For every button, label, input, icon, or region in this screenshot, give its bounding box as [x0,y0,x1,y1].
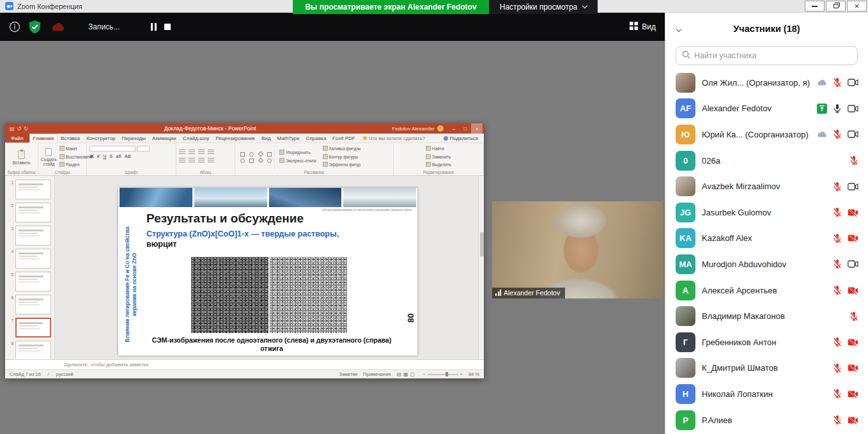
ribbon-mini-button[interactable]: Заливка фигуры [323,145,361,153]
ppt-share-button[interactable]: Поделиться [438,134,484,143]
encryption-shield-icon[interactable] [28,20,42,35]
slide-thumbnail[interactable]: 8 [9,341,51,359]
ribbon-tab[interactable]: Рецензирование [212,134,258,143]
font-style-button[interactable]: Ж [89,153,94,159]
participant-row[interactable]: Г Гребенников Антон [665,329,868,355]
scrollbar-handle[interactable] [480,232,484,256]
slide-thumbnail[interactable]: 7 [9,318,51,338]
undo-icon[interactable]: ↺ [17,126,22,132]
account-avatar[interactable] [437,125,444,132]
notes-area[interactable]: Щелкните, чтобы добавить заметки [5,359,484,369]
ppt-restore-button[interactable]: □ [460,123,471,134]
tell-me-search[interactable]: Что вы хотите сделать? [359,134,430,143]
close-button[interactable]: × [847,1,867,12]
participant-row[interactable]: Владимир Макагонов [665,303,868,329]
zoom-knob[interactable] [446,372,448,376]
speaker-video-tile[interactable]: Alexander Fedotov [492,201,663,298]
zoom-track[interactable] [428,374,458,375]
notes-toggle[interactable]: Заметки [339,371,357,377]
font-style-button[interactable]: S [109,153,112,159]
font-size-select[interactable] [137,146,150,151]
participant-row[interactable]: AF Alexander Fedotov [665,96,868,122]
participant-row[interactable]: Н Николай Лопаткин [665,381,868,407]
ribbon-mini-button[interactable]: Заменить [426,153,451,162]
slide-canvas[interactable]: «Альтернативная и интеллектуальная энерг… [118,188,417,355]
ppt-close-button[interactable]: × [471,123,483,134]
zoom-slider[interactable]: − + [422,371,463,377]
font-style-button[interactable]: Ч [103,153,106,159]
ribbon-mini-button[interactable]: Упорядочить [279,149,316,157]
save-icon[interactable]: ▤ [10,126,15,132]
ribbon-mini-button[interactable]: Экспресс-стили [279,157,316,166]
ribbon-mini-button[interactable]: Эффекты фигур [323,161,361,169]
participant-row[interactable]: Оля Жил... (Организатор, я) [665,70,868,96]
account-name[interactable]: Fedotov Alexander [392,126,435,132]
ppt-minimize-button[interactable]: – [448,123,460,134]
align-center-icon[interactable] [189,150,195,155]
meeting-info-icon[interactable] [9,21,20,33]
view-button[interactable]: Вид [630,22,656,32]
participant-search[interactable] [676,46,858,65]
restore-button[interactable] [826,1,846,12]
comments-toggle[interactable]: Примечания [363,371,391,377]
slide-thumbnail[interactable]: 1 [9,180,51,200]
participant-row[interactable]: Р Р.Алиев [665,407,868,433]
search-input[interactable] [694,51,851,60]
font-style-button[interactable]: К [97,153,100,159]
ribbon-mini-button[interactable]: Контур фигуры [323,153,361,162]
zoom-in-icon[interactable]: + [460,371,463,377]
justify-icon[interactable] [208,150,214,155]
stop-recording-button[interactable] [164,22,171,31]
pause-recording-button[interactable] [151,22,157,31]
ribbon-mini-button[interactable]: Найти [426,145,451,153]
paste-button[interactable]: Вставить [8,145,35,169]
cloud-recording-indicator-icon [51,22,65,32]
participant-row[interactable]: KA Kazakoff Alex [665,226,868,252]
ribbon-tab[interactable]: Главная [29,134,58,143]
quick-access-toolbar[interactable]: ▤ ↺ ↻ [10,126,28,132]
ribbon-tab[interactable]: Файл [5,134,29,143]
participant-row[interactable]: A Алексей Арсентьев [665,277,868,304]
font-style-button[interactable]: аб [116,153,121,159]
ribbon-tab[interactable]: Слайд-шоу [180,134,212,143]
editor-scrollbar[interactable] [478,176,484,359]
slide-thumbnail[interactable]: 5 [9,272,51,292]
slide-thumbnail[interactable]: 4 [9,249,51,269]
participant-row[interactable]: К_Дмитрий Шматов [665,355,868,382]
font-style-button[interactable]: АВ [125,153,131,159]
ribbon-tab[interactable]: Справка [303,134,329,143]
slide-thumbnail[interactable]: 3 [9,226,51,246]
ribbon-tab[interactable]: Переходы [119,134,150,143]
participant-row[interactable]: JG Jasurbek Gulomov [665,199,868,226]
participant-row[interactable]: MA Murodjon Abduvohidov [665,251,868,277]
align-right-icon[interactable] [198,150,205,155]
language-indicator[interactable]: русский [56,371,74,377]
collapse-panel-button[interactable] [677,24,681,33]
slide-thumbnail[interactable]: 2 [9,203,51,223]
ribbon-tab[interactable]: Вставка [58,134,83,143]
participant-row[interactable]: Ю Юрий Ка... (Соорганизатор) [665,121,868,148]
shapes-gallery[interactable] [238,145,275,169]
spellcheck-icon[interactable]: ✓ [47,372,50,377]
new-slide-button[interactable]: Создать слайд [41,145,57,169]
participant-row[interactable]: 0 026a [665,148,868,174]
bullets-icon[interactable] [179,158,185,163]
zoom-out-icon[interactable]: − [422,371,425,377]
ribbon-tab[interactable]: Конструктор [83,134,119,143]
slide-thumbnail[interactable]: 6 [9,295,51,315]
redo-icon[interactable]: ↻ [24,126,28,132]
view-mode-icons[interactable]: ▤▦▢ [396,371,417,377]
participant-row[interactable]: Avazbek Mirzaalimov [665,173,868,199]
ribbon-tab[interactable]: MathType [274,134,303,143]
font-name-select[interactable] [89,146,136,151]
ribbon-tab[interactable]: Вид [258,134,274,143]
minimize-button[interactable] [805,1,825,12]
align-left-icon[interactable] [179,150,185,155]
line-spacing-icon[interactable] [208,158,214,163]
indent-icon[interactable] [198,158,205,163]
view-settings-dropdown[interactable]: Настройки просмотра [489,0,598,14]
ribbon-tab[interactable]: Анимации [149,134,180,143]
ribbon-mini-button[interactable]: Выделить [426,161,451,169]
numbering-icon[interactable] [189,158,195,163]
ribbon-tab[interactable]: Foxit PDF [329,134,359,143]
